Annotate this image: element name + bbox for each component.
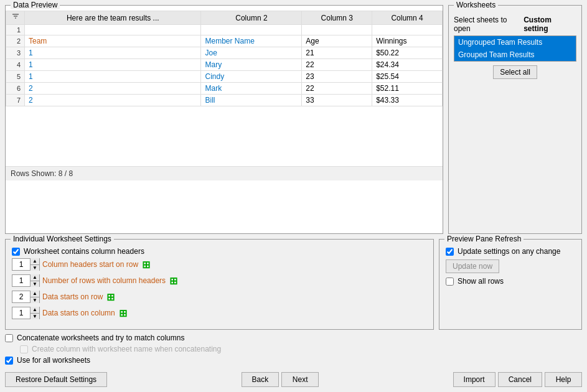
data-cell: 22 <box>302 83 372 95</box>
data-cell: 2 <box>25 95 201 106</box>
data-cell: Bill <box>201 95 302 106</box>
table-row: 72Bill33$43.33 <box>6 95 443 106</box>
select-sheets-label: Select sheets to open <box>454 16 524 33</box>
select-all-button[interactable]: Select all <box>493 65 537 79</box>
data-cell: 33 <box>302 95 372 106</box>
data-cell: $24.34 <box>372 59 443 71</box>
table-row: 2TeamMember NameAgeWinnings <box>6 35 443 47</box>
next-button[interactable]: Next <box>281 372 319 387</box>
col-header-4: Column 4 <box>372 11 443 25</box>
data-table-scroll[interactable]: Here are the team results ... Column 2 C… <box>6 11 443 166</box>
worksheet-item-grouped[interactable]: Grouped Team Results <box>454 49 576 61</box>
data-cell: 1 <box>25 59 201 71</box>
individual-settings-label: Individual Worksheet Settings <box>11 235 114 243</box>
data-starts-col-label: Data starts on column <box>42 309 115 317</box>
create-column-label: Create column with worksheet name when c… <box>32 345 221 353</box>
show-all-rows-checkbox[interactable] <box>446 278 454 286</box>
update-settings-checkbox[interactable] <box>446 248 454 256</box>
data-preview-label: Data Preview <box>11 1 60 9</box>
data-cell: $52.11 <box>372 83 443 95</box>
footer: Restore Default Settings Back Next Impor… <box>5 372 582 387</box>
preview-pane-panel: Preview Pane Refresh Update settings on … <box>439 239 582 330</box>
num-rows-headers-input[interactable] <box>12 275 30 286</box>
create-column-checkbox[interactable] <box>20 345 28 353</box>
col-headers-start-plus-icon[interactable]: ⊞ <box>142 259 150 271</box>
row-num-cell: 7 <box>6 95 25 106</box>
data-starts-row-label: Data starts on row <box>42 292 103 301</box>
back-button[interactable]: Back <box>242 372 279 387</box>
num-rows-headers-up[interactable]: ▲ <box>31 274 39 281</box>
filter-icon <box>11 12 20 21</box>
worksheets-list: Ungrouped Team Results Grouped Team Resu… <box>454 35 576 62</box>
restore-defaults-button[interactable]: Restore Default Settings <box>5 372 107 387</box>
data-starts-row-plus-icon[interactable]: ⊞ <box>106 291 115 303</box>
custom-setting-label: Custom setting <box>524 16 576 33</box>
table-row: 62Mark22$52.11 <box>6 83 443 95</box>
table-row: 41Mary22$24.34 <box>6 59 443 71</box>
data-cell <box>25 25 201 35</box>
data-cell: $25.54 <box>372 71 443 83</box>
use-for-all-label: Use for all worksheets <box>17 356 90 365</box>
import-button[interactable]: Import <box>453 372 495 387</box>
row-num-cell: 5 <box>6 71 25 83</box>
data-cell: Team <box>25 35 201 47</box>
data-cell: 1 <box>25 71 201 83</box>
contains-headers-label: Worksheet contains column headers <box>24 247 144 256</box>
data-starts-col-up[interactable]: ▲ <box>31 307 39 314</box>
data-starts-row-input[interactable] <box>12 291 30 302</box>
use-for-all-checkbox[interactable] <box>5 357 13 365</box>
worksheet-item-ungrouped[interactable]: Ungrouped Team Results <box>454 36 576 49</box>
table-row: 31Joe21$50.22 <box>6 47 443 59</box>
data-cell <box>201 25 302 35</box>
data-cell <box>372 25 443 35</box>
row-num-cell: 6 <box>6 83 25 95</box>
data-cell: 21 <box>302 47 372 59</box>
data-cell: Joe <box>201 47 302 59</box>
data-starts-row-down[interactable]: ▼ <box>31 297 39 304</box>
update-now-button[interactable]: Update now <box>446 259 499 273</box>
col-headers-start-down[interactable]: ▼ <box>31 265 39 271</box>
num-rows-headers-spinner[interactable]: ▲ ▼ <box>12 274 40 287</box>
data-starts-col-plus-icon[interactable]: ⊞ <box>119 307 127 319</box>
col-headers-start-label: Column headers start on row <box>42 260 138 269</box>
col-header-3: Column 3 <box>302 11 372 25</box>
worksheets-panel: Worksheets Select sheets to open Custom … <box>448 5 582 234</box>
data-table: Here are the team results ... Column 2 C… <box>6 11 443 106</box>
contains-headers-checkbox[interactable] <box>12 248 20 256</box>
data-preview-panel: Data Preview Here ar <box>5 5 443 234</box>
data-cell <box>302 25 372 35</box>
data-starts-row-spinner[interactable]: ▲ ▼ <box>12 291 40 303</box>
row-num-cell: 1 <box>6 25 25 35</box>
data-starts-col-down[interactable]: ▼ <box>31 314 39 320</box>
num-rows-headers-down[interactable]: ▼ <box>31 281 39 287</box>
num-rows-headers-label: Number of rows with column headers <box>42 276 166 285</box>
data-cell: $50.22 <box>372 47 443 59</box>
col-headers-start-up[interactable]: ▲ <box>31 258 39 265</box>
data-cell: $43.33 <box>372 95 443 106</box>
filter-icon-cell <box>6 11 25 25</box>
data-cell: 1 <box>25 47 201 59</box>
data-cell: Winnings <box>372 35 443 47</box>
data-starts-col-input[interactable] <box>12 307 30 319</box>
concatenate-label: Concatenate worksheets and try to match … <box>17 334 184 342</box>
data-cell: Age <box>302 35 372 47</box>
col-headers-start-input[interactable] <box>12 259 30 270</box>
data-starts-row-up[interactable]: ▲ <box>31 291 39 297</box>
data-cell: Mary <box>201 59 302 71</box>
row-num-cell: 2 <box>6 35 25 47</box>
update-settings-label: Update settings on any change <box>458 247 560 256</box>
worksheets-label: Worksheets <box>454 1 498 9</box>
data-cell: Cindy <box>201 71 302 83</box>
cancel-button[interactable]: Cancel <box>498 372 542 387</box>
num-rows-headers-plus-icon[interactable]: ⊞ <box>169 275 177 287</box>
col-headers-start-spinner[interactable]: ▲ ▼ <box>12 258 40 271</box>
data-starts-col-spinner[interactable]: ▲ ▼ <box>12 307 40 319</box>
data-cell: 23 <box>302 71 372 83</box>
rows-shown: Rows Shown: 8 / 8 <box>6 166 443 180</box>
data-cell: 22 <box>302 59 372 71</box>
help-button[interactable]: Help <box>545 372 582 387</box>
concatenate-checkbox[interactable] <box>5 334 13 342</box>
data-cell: Member Name <box>201 35 302 47</box>
table-row: 1 <box>6 25 443 35</box>
col-header-1: Here are the team results ... <box>25 11 201 25</box>
